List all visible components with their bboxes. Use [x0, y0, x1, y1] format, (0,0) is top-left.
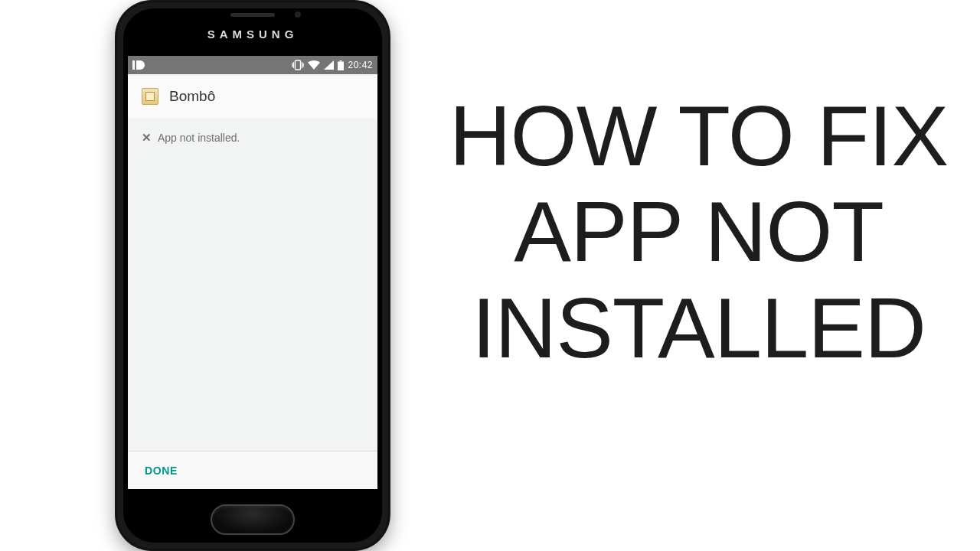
statusbar-left: [132, 60, 145, 70]
battery-icon: [338, 60, 344, 70]
phone-brand: SAMSUNG: [117, 28, 388, 41]
statusbar-right: 20:42: [292, 60, 373, 70]
phone-screen: 20:42 Bombô ✕ App not installed.: [128, 56, 377, 489]
id-icon: [132, 60, 145, 70]
phone-sensor: [295, 11, 301, 18]
phone-speaker: [230, 13, 275, 17]
app-header: Bombô: [128, 74, 377, 119]
vibrate-icon: [292, 60, 304, 70]
phone-mockup: SAMSUNG: [115, 0, 390, 551]
headline-line-1: HOW TO FIX: [440, 88, 957, 184]
package-installer: Bombô ✕ App not installed. DONE: [128, 74, 377, 489]
svg-rect-1: [296, 60, 301, 70]
phone-bezel: SAMSUNG: [117, 2, 388, 549]
app-icon: [142, 88, 158, 105]
wifi-icon: [308, 60, 320, 70]
svg-rect-2: [338, 61, 344, 70]
thumbnail-stage: SAMSUNG: [0, 0, 980, 551]
headline-line-3: INSTALLED: [440, 280, 957, 376]
svg-rect-0: [132, 60, 135, 70]
app-footer: DONE: [128, 451, 377, 489]
statusbar-clock: 20:42: [348, 60, 373, 70]
headline-text: HOW TO FIX APP NOT INSTALLED: [440, 88, 957, 376]
close-icon: ✕: [142, 131, 152, 145]
android-statusbar: 20:42: [128, 56, 377, 74]
install-error-row: ✕ App not installed.: [142, 131, 364, 145]
app-body: ✕ App not installed.: [128, 119, 377, 451]
install-error-message: App not installed.: [158, 132, 240, 144]
done-button[interactable]: DONE: [145, 465, 178, 477]
app-title: Bombô: [169, 88, 215, 105]
headline-line-2: APP NOT: [440, 184, 957, 279]
cell-signal-icon: [324, 60, 334, 70]
svg-rect-3: [340, 60, 342, 62]
home-button[interactable]: [211, 504, 295, 535]
